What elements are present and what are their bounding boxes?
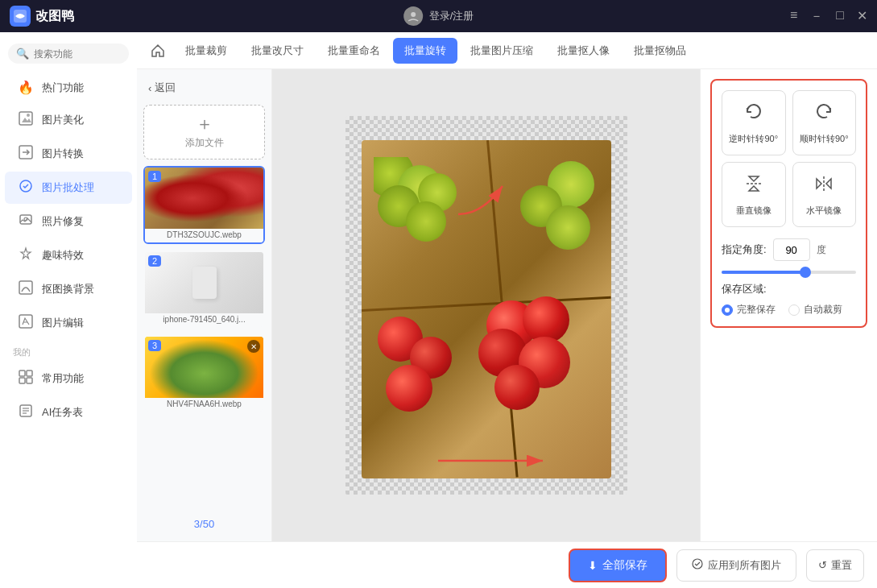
back-button[interactable]: ‹ 返回	[143, 77, 265, 98]
tab-compress[interactable]: 批量图片压缩	[459, 38, 544, 64]
thumbnail-item-1[interactable]: 1 DTH3ZSOUJC.webp	[143, 166, 265, 244]
common-icon	[18, 370, 34, 387]
reset-button[interactable]: ↺ 重置	[806, 549, 864, 582]
bottom-bar: ⬇ 全部保存 应用到所有图片 ↺ 重置	[137, 541, 877, 588]
rotation-buttons: 逆时针转90° 顺时针转90° 垂直镜像	[722, 90, 856, 227]
flip-v-icon	[743, 172, 765, 200]
degree-input[interactable]	[773, 238, 810, 261]
tab-rotate[interactable]: 批量旋转	[393, 38, 457, 64]
degree-slider-thumb[interactable]	[800, 267, 811, 278]
tab-portrait[interactable]: 批量抠人像	[546, 38, 621, 64]
rotate-cw-icon	[813, 101, 835, 128]
batch-icon	[18, 179, 34, 197]
minimize-icon[interactable]: －	[810, 8, 823, 25]
hot-icon: 🔥	[18, 80, 34, 95]
flip-h-button[interactable]: 水平镜像	[792, 162, 857, 227]
beauty-icon	[18, 111, 34, 129]
thumbnail-item-3[interactable]: 3 ✕ NHV4FNAA6H.webp	[143, 335, 265, 413]
add-plus-icon: ＋	[196, 115, 213, 133]
radio-auto-crop[interactable]: 自动裁剪	[788, 303, 842, 317]
sidebar-item-hot[interactable]: 🔥 热门功能	[5, 72, 132, 102]
flip-h-icon	[813, 172, 835, 200]
thumb-badge-2: 2	[148, 255, 161, 267]
thumb-close-3[interactable]: ✕	[247, 340, 260, 353]
avatar[interactable]	[403, 6, 423, 26]
tab-crop[interactable]: 批量裁剪	[174, 38, 238, 64]
thumb-badge-1: 1	[148, 171, 161, 182]
back-arrow-icon: ‹	[148, 82, 151, 94]
effect-icon	[18, 246, 34, 264]
search-box[interactable]: 🔍	[8, 43, 129, 64]
sidebar-item-convert[interactable]: 图片转换	[5, 138, 132, 170]
content-area: 批量裁剪 批量改尺寸 批量重命名 批量旋转 批量图片压缩 批量抠人像 批量抠物品…	[137, 32, 877, 588]
thumbnail-item-2[interactable]: 2 iphone-791450_640.j...	[143, 251, 265, 329]
login-button[interactable]: 登录/注册	[429, 9, 474, 23]
sidebar-section-mine: 我的	[0, 340, 137, 362]
sidebar-item-batch[interactable]: 图片批处理	[5, 172, 132, 204]
degree-slider-container[interactable]	[722, 271, 856, 274]
degree-slider-fill	[722, 271, 802, 274]
rotate-ccw-icon	[743, 101, 765, 128]
close-icon[interactable]: ✕	[857, 8, 867, 25]
tab-bar: 批量裁剪 批量改尺寸 批量重命名 批量旋转 批量图片压缩 批量抠人像 批量抠物品	[137, 32, 877, 69]
svg-rect-12	[19, 378, 25, 383]
page-count: 3/50	[143, 515, 265, 533]
thumbnail-image-1	[145, 168, 263, 229]
preview-area	[272, 69, 700, 541]
tab-rename[interactable]: 批量重命名	[316, 38, 391, 64]
thumb-name-2: iphone-791450_640.j...	[145, 313, 263, 327]
rotate-cw-button[interactable]: 顺时针转90°	[792, 90, 857, 155]
maximize-icon[interactable]: □	[836, 8, 844, 25]
save-all-button[interactable]: ⬇ 全部保存	[569, 549, 667, 582]
logo-icon	[10, 6, 31, 27]
right-panel: 逆时针转90° 顺时针转90° 垂直镜像	[700, 69, 877, 541]
sidebar-item-effect[interactable]: 趣味特效	[5, 239, 132, 271]
save-region-options: 完整保存 自动裁剪	[722, 303, 856, 317]
sidebar-item-edit[interactable]: 图片编辑	[5, 307, 132, 339]
thumbnail-image-3	[145, 337, 263, 398]
degree-slider-track	[722, 271, 856, 274]
radio-auto-crop-circle	[788, 304, 800, 316]
svg-rect-13	[27, 378, 32, 383]
degree-label: 指定角度:	[722, 242, 767, 257]
titlebar-center: 登录/注册	[403, 6, 474, 26]
titlebar-controls: ≡ － □ ✕	[790, 8, 867, 25]
tab-product[interactable]: 批量抠物品	[623, 38, 697, 64]
svg-rect-11	[27, 371, 32, 376]
tab-home[interactable]	[143, 36, 172, 65]
left-panel: ‹ 返回 ＋ 添加文件 1 DTH3ZSOUJC.webp	[137, 69, 272, 541]
thumbnail-image-2	[145, 252, 263, 313]
degree-unit: 度	[817, 243, 826, 257]
menu-icon[interactable]: ≡	[790, 8, 797, 25]
repair-icon	[18, 213, 34, 230]
sidebar-item-repair[interactable]: 照片修复	[5, 205, 132, 238]
svg-rect-2	[19, 112, 32, 125]
radio-dot	[725, 308, 730, 313]
thumb-name-1: DTH3ZSOUJC.webp	[145, 229, 263, 242]
svg-point-1	[411, 12, 416, 17]
inner-content: ‹ 返回 ＋ 添加文件 1 DTH3ZSOUJC.webp	[137, 69, 877, 541]
sidebar-item-ai-task[interactable]: AI任务表	[5, 396, 132, 429]
ai-task-icon	[18, 404, 34, 421]
svg-rect-9	[19, 315, 32, 328]
save-region-label: 保存区域:	[722, 282, 856, 296]
radio-full-save[interactable]: 完整保存	[722, 303, 776, 317]
preview-image-container	[345, 116, 627, 495]
degree-row: 指定角度: 度	[722, 238, 856, 261]
search-input[interactable]	[34, 48, 121, 60]
radio-full-save-circle	[722, 304, 733, 316]
save-region-section: 保存区域: 完整保存 自动裁剪	[722, 282, 856, 317]
app-name: 改图鸭	[35, 8, 74, 25]
thumb-name-3: NHV4FNAA6H.webp	[145, 398, 263, 412]
add-file-button[interactable]: ＋ 添加文件	[143, 105, 265, 159]
reset-icon: ↺	[818, 559, 827, 571]
sidebar-item-common[interactable]: 常用功能	[5, 362, 132, 395]
app-logo: 改图鸭	[10, 6, 74, 27]
flip-v-button[interactable]: 垂直镜像	[722, 162, 786, 227]
sidebar-item-beauty[interactable]: 图片美化	[5, 104, 132, 136]
sidebar: 🔍 🔥 热门功能 图片美化 图片转换 图片批处理	[0, 32, 137, 588]
tab-resize[interactable]: 批量改尺寸	[240, 38, 315, 64]
rotate-ccw-button[interactable]: 逆时针转90°	[722, 90, 786, 155]
sidebar-item-matting[interactable]: 抠图换背景	[5, 273, 132, 305]
apply-all-button[interactable]: 应用到所有图片	[676, 549, 796, 582]
